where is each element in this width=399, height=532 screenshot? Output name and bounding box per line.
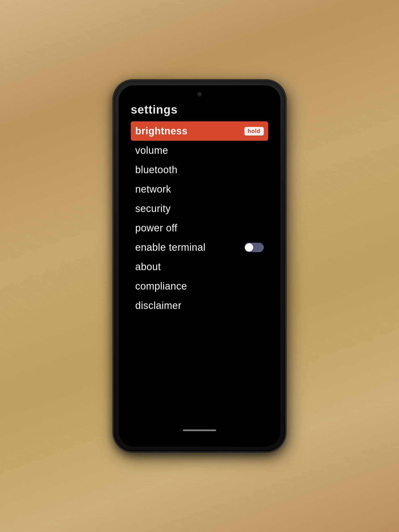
front-camera (197, 92, 202, 96)
page-title: settings (131, 103, 268, 116)
phone-device: settings brightness hold volume bluetoot… (114, 80, 285, 452)
menu-item-volume[interactable]: volume (131, 141, 268, 160)
toggle-container[interactable] (244, 243, 264, 252)
menu-item-about-label: about (135, 261, 161, 273)
menu-item-disclaimer[interactable]: disclaimer (131, 296, 268, 315)
phone-screen: settings brightness hold volume bluetoot… (119, 85, 280, 447)
menu-item-compliance[interactable]: compliance (131, 277, 268, 296)
menu-item-network-label: network (135, 183, 171, 195)
hold-badge: hold (244, 127, 264, 135)
menu-item-compliance-label: compliance (135, 280, 187, 292)
settings-menu: brightness hold volume bluetooth network (131, 121, 268, 315)
menu-item-power-off-label: power off (135, 222, 177, 234)
menu-item-enable-terminal[interactable]: enable terminal (131, 238, 268, 257)
menu-item-power-off[interactable]: power off (131, 218, 268, 238)
menu-item-about[interactable]: about (131, 257, 268, 277)
menu-item-volume-label: volume (135, 145, 168, 156)
screen-content: settings brightness hold volume bluetoot… (119, 99, 280, 447)
menu-item-security-label: security (135, 203, 171, 214)
menu-item-enable-terminal-label: enable terminal (135, 242, 206, 253)
toggle-thumb (245, 243, 253, 252)
menu-item-network[interactable]: network (131, 180, 268, 199)
menu-item-bluetooth-label: bluetooth (135, 164, 178, 176)
menu-item-security[interactable]: security (131, 199, 268, 218)
home-bar[interactable] (183, 429, 216, 431)
menu-item-brightness[interactable]: brightness hold (131, 121, 268, 141)
camera-area (119, 85, 280, 99)
home-indicator-area (131, 429, 268, 436)
enable-terminal-toggle[interactable] (244, 243, 264, 252)
menu-item-brightness-label: brightness (135, 125, 188, 137)
phone-chassis: settings brightness hold volume bluetoot… (114, 80, 285, 452)
menu-item-bluetooth[interactable]: bluetooth (131, 160, 268, 180)
menu-item-disclaimer-label: disclaimer (135, 300, 181, 311)
